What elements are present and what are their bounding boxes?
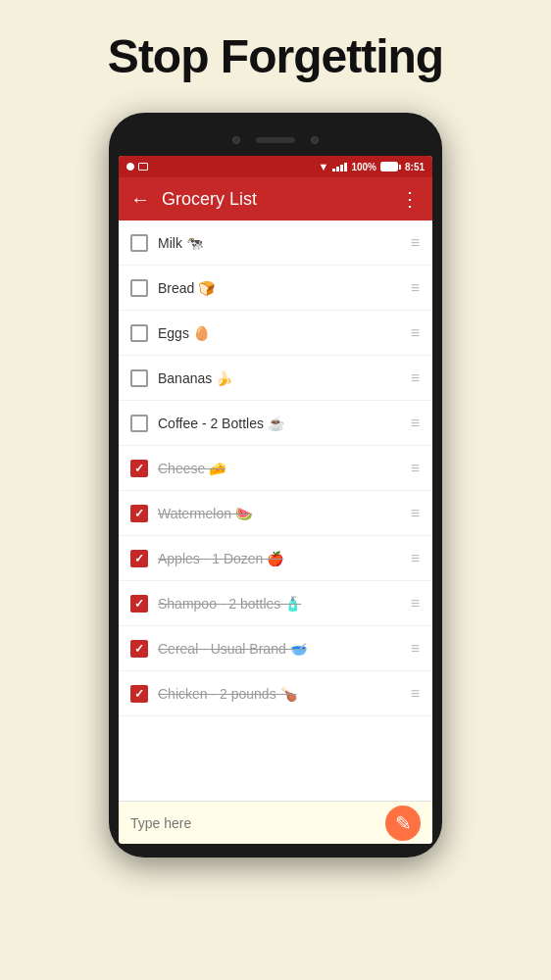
camera-dot (232, 136, 240, 144)
list-item: Coffee - 2 Bottles ☕≡ (119, 401, 432, 446)
battery-icon (380, 162, 401, 172)
list-item: Apples - 1 Dozen 🍎≡ (119, 536, 432, 581)
list-item: Bananas 🍌≡ (119, 356, 432, 401)
phone-frame: ▼ 100% 8:51 ← Grocery List ⋮ (109, 113, 442, 858)
list-item-checkbox[interactable] (130, 415, 148, 432)
drag-handle-icon[interactable]: ≡ (411, 279, 421, 297)
list-item-label: Watermelon 🍉 (158, 506, 401, 521)
list-item: Cereal - Usual Brand 🥣≡ (119, 626, 432, 671)
app-bar: ← Grocery List ⋮ (119, 177, 432, 220)
new-item-input[interactable] (130, 815, 377, 831)
list-item-label: Apples - 1 Dozen 🍎 (158, 551, 401, 566)
list-item-label: Shampoo - 2 bottles 🧴 (158, 596, 401, 612)
list-item-checkbox[interactable] (130, 460, 148, 477)
add-item-icon: ✎ (395, 813, 412, 833)
add-item-fab[interactable]: ✎ (385, 806, 421, 841)
list-item-checkbox[interactable] (130, 234, 148, 252)
list-item: Watermelon 🍉≡ (119, 491, 432, 536)
status-bar: ▼ 100% 8:51 (119, 156, 432, 177)
drag-handle-icon[interactable]: ≡ (411, 369, 421, 387)
list-item-checkbox[interactable] (130, 640, 148, 658)
drag-handle-icon[interactable]: ≡ (411, 324, 421, 342)
list-item-checkbox[interactable] (130, 369, 148, 387)
list-item-label: Cereal - Usual Brand 🥣 (158, 641, 401, 657)
list-item: Cheese 🧀≡ (119, 446, 432, 491)
list-item-label: Eggs 🥚 (158, 325, 401, 341)
drag-handle-icon[interactable]: ≡ (411, 595, 421, 612)
list-item-checkbox[interactable] (130, 505, 148, 522)
list-item: Chicken - 2 pounds 🍗≡ (119, 671, 432, 716)
speaker-grille (256, 137, 295, 143)
list-item-checkbox[interactable] (130, 595, 148, 612)
camera-dot-right (311, 136, 319, 144)
more-menu-button[interactable]: ⋮ (400, 187, 421, 211)
grocery-list: Milk 🐄≡Bread 🍞≡Eggs 🥚≡Bananas 🍌≡Coffee -… (119, 220, 432, 801)
bottom-bar: ✎ (119, 801, 432, 844)
list-item: Shampoo - 2 bottles 🧴≡ (119, 581, 432, 626)
battery-pct: 100% (351, 162, 376, 172)
phone-screen: ▼ 100% 8:51 ← Grocery List ⋮ (119, 156, 432, 844)
list-item: Milk 🐄≡ (119, 220, 432, 266)
list-item-checkbox[interactable] (130, 550, 148, 567)
drag-handle-icon[interactable]: ≡ (411, 505, 421, 522)
signal-icon (332, 163, 347, 172)
list-item-label: Chicken - 2 pounds 🍗 (158, 686, 401, 702)
app-title: Grocery List (162, 189, 388, 210)
headline: Stop Forgetting (108, 29, 443, 83)
drag-handle-icon[interactable]: ≡ (411, 685, 421, 703)
list-item-label: Cheese 🧀 (158, 461, 401, 476)
drag-handle-icon[interactable]: ≡ (411, 640, 421, 658)
list-item-label: Bananas 🍌 (158, 370, 401, 386)
drag-handle-icon[interactable]: ≡ (411, 460, 421, 477)
wifi-icon: ▼ (319, 161, 329, 172)
list-item-checkbox[interactable] (130, 685, 148, 703)
status-dot-icon (126, 163, 134, 171)
list-item-checkbox[interactable] (130, 279, 148, 297)
list-item: Bread 🍞≡ (119, 266, 432, 311)
status-rect-icon (138, 163, 148, 171)
list-item-label: Milk 🐄 (158, 235, 401, 251)
status-time: 8:51 (405, 162, 425, 172)
drag-handle-icon[interactable]: ≡ (411, 234, 421, 252)
drag-handle-icon[interactable]: ≡ (411, 415, 421, 432)
list-item-label: Bread 🍞 (158, 280, 401, 296)
drag-handle-icon[interactable]: ≡ (411, 550, 421, 567)
list-item-checkbox[interactable] (130, 324, 148, 342)
back-button[interactable]: ← (130, 188, 150, 211)
list-item: Eggs 🥚≡ (119, 311, 432, 356)
list-item-label: Coffee - 2 Bottles ☕ (158, 416, 401, 431)
